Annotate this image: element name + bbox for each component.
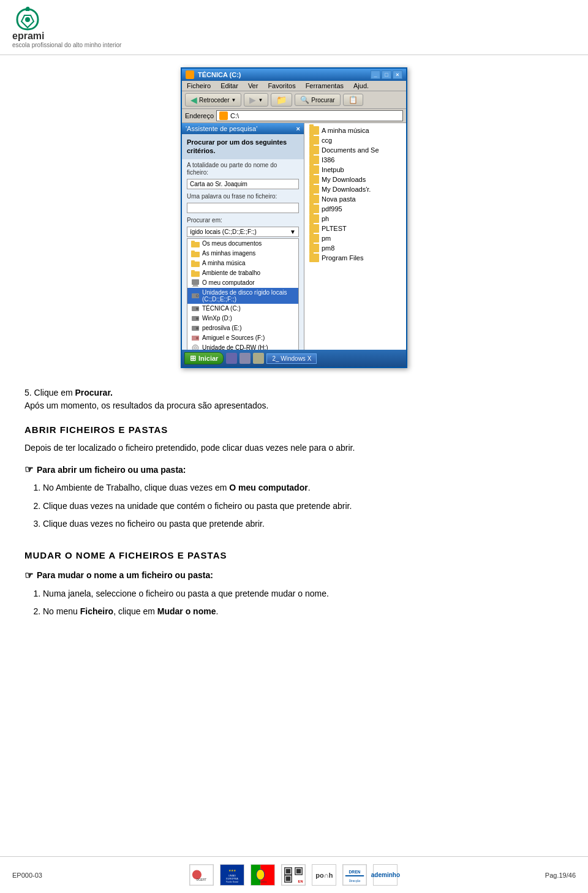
- address-bar: Endereço C:\: [182, 109, 406, 123]
- loc-meu-computador[interactable]: O meu computador: [187, 278, 298, 288]
- main-content: TÉCNICA (C:) _ □ × Ficheiro Editar Ver F…: [0, 55, 588, 634]
- address-input[interactable]: C:\: [216, 110, 403, 121]
- loc-disco-rigido[interactable]: Unidades de disco rígido locais (C:;D:;E…: [187, 288, 298, 304]
- footer-logos-area: DGERT ★★★ UNIÃO EUROPEIA Fundo Social Re…: [189, 864, 398, 886]
- computer-icon: [191, 279, 200, 287]
- menu-favoritos[interactable]: Favoritos: [263, 81, 300, 91]
- svg-rect-41: [286, 869, 291, 874]
- folders-button[interactable]: 📁: [271, 93, 292, 107]
- harddrive-icon: [191, 292, 200, 300]
- forward-button[interactable]: ▶ ▼: [244, 93, 268, 107]
- folder-a-minha-musica[interactable]: A minha música: [307, 126, 404, 135]
- search-filename-input[interactable]: [187, 179, 299, 189]
- section1-heading: Abrir ficheiros e pastas: [24, 424, 564, 435]
- start-button[interactable]: ⊞ Iniciar: [184, 352, 224, 364]
- loc-meus-documentos[interactable]: Os meus documentos: [187, 239, 298, 249]
- folder-icon: [309, 175, 319, 184]
- step2-item2: No menu Ficheiro, clique em Mudar o nome…: [43, 604, 564, 619]
- folder-inetpub[interactable]: Inetpub: [307, 165, 404, 175]
- search-panel-label: 'Assistente de pesquisa': [186, 125, 257, 132]
- folder-program-files[interactable]: Program Files: [307, 253, 404, 263]
- footer-page-number: Pag.19/46: [545, 872, 576, 879]
- folder-ccg[interactable]: ccg: [307, 135, 404, 145]
- sub2-heading: ☞ Para mudar o nome a um ficheiro ou pas…: [24, 570, 564, 581]
- search-field2-label: Uma palavra ou frase no ficheiro:: [182, 190, 304, 202]
- svg-rect-1: [191, 242, 200, 247]
- svg-text:UNIÃO: UNIÃO: [228, 874, 236, 877]
- loc-winxp-d[interactable]: WinXp (D:): [187, 314, 298, 323]
- eprami-logo: [12, 6, 43, 34]
- folder-documents[interactable]: Documents and Se: [307, 145, 404, 155]
- search-location-dropdown[interactable]: ígido locais (C:;D:;E:;F:;) ▼: [187, 227, 299, 237]
- folder-ph[interactable]: ph: [307, 214, 404, 224]
- folder-icon: [309, 224, 319, 233]
- svg-text:EN: EN: [298, 880, 303, 883]
- views-button[interactable]: 📋: [343, 94, 363, 106]
- folder-i386[interactable]: I386: [307, 155, 404, 165]
- folder-pltest[interactable]: PLTEST: [307, 224, 404, 233]
- cdrom-icon: [191, 344, 200, 350]
- loc-ambiente-trabalho[interactable]: Ambiente de trabalho: [187, 268, 298, 278]
- loc-cdrom-h[interactable]: Unidade de CD-RW (H:): [187, 343, 298, 350]
- loc-amiguel-f[interactable]: Amiguel e Sources (F:): [187, 333, 298, 343]
- menu-editar[interactable]: Editar: [216, 81, 243, 91]
- close-button[interactable]: ×: [393, 70, 402, 79]
- back-button[interactable]: ◀ Retroceder ▼: [185, 93, 241, 107]
- folder-pm8[interactable]: pm8: [307, 243, 404, 253]
- drive-icon: [219, 111, 228, 120]
- search-panel-title: 'Assistente de pesquisa' ×: [182, 123, 304, 134]
- svg-text:República: República: [259, 881, 267, 883]
- search-location-label: Procurar em:: [182, 214, 304, 225]
- taskbar-icon-1[interactable]: [226, 353, 237, 364]
- menu-ajuda[interactable]: Ajud.: [349, 81, 374, 91]
- folder-icon: [309, 185, 319, 194]
- folder-pdf995[interactable]: pdf995: [307, 204, 404, 214]
- menu-bar[interactable]: Ficheiro Editar Ver Favoritos Ferramenta…: [182, 81, 406, 91]
- loc-minha-musica[interactable]: A minha música: [187, 258, 298, 268]
- dropdown-arrow-icon: ▼: [290, 228, 296, 235]
- search-panel-close-button[interactable]: ×: [296, 125, 300, 132]
- loc-tecnica-c[interactable]: TÉCNICA (C:): [187, 304, 298, 314]
- svg-rect-3: [191, 252, 200, 257]
- folder-my-downloads2[interactable]: My Downloads'r.: [307, 184, 404, 194]
- titlebar: TÉCNICA (C:) _ □ ×: [182, 69, 406, 81]
- logo-qr: EN: [281, 864, 306, 886]
- svg-text:★★★: ★★★: [228, 869, 236, 872]
- svg-point-27: [192, 870, 202, 879]
- menu-ferramentas[interactable]: Ferramentas: [301, 81, 349, 91]
- step1-item1: No Ambiente de Trabalho, clique duas vez…: [43, 480, 564, 495]
- drive-d-icon: [191, 315, 200, 322]
- svg-rect-45: [286, 876, 291, 881]
- svg-rect-6: [191, 260, 195, 262]
- folder-docs-icon: [191, 240, 200, 247]
- svg-rect-10: [193, 285, 198, 286]
- folder-icon: [309, 234, 319, 243]
- loc-minhas-imagens[interactable]: As minhas imagens: [187, 249, 298, 258]
- window-controls[interactable]: _ □ ×: [371, 70, 402, 79]
- svg-point-37: [257, 869, 265, 880]
- search-toolbar-button[interactable]: 🔍 Procurar: [295, 94, 340, 106]
- taskbar-icon-3[interactable]: [253, 353, 264, 364]
- page-footer: EP000-03 DGERT ★★★ UNIÃO EUROPEIA Fundo …: [0, 856, 588, 893]
- loc-pedrosilva-e[interactable]: pedrosilva (E:): [187, 323, 298, 333]
- taskbar-icon-2[interactable]: [239, 353, 251, 364]
- folder-my-downloads[interactable]: My Downloads: [307, 175, 404, 184]
- minimize-button[interactable]: _: [371, 70, 380, 79]
- maximize-button[interactable]: □: [382, 70, 391, 79]
- menu-ver[interactable]: Ver: [243, 81, 263, 91]
- step1-item3: Clique duas vezes no ficheiro ou pasta q…: [43, 516, 564, 532]
- steps1-list: No Ambiente de Trabalho, clique duas vez…: [43, 480, 564, 532]
- folder-pm[interactable]: pm: [307, 233, 404, 243]
- svg-rect-49: [345, 875, 364, 876]
- step5-text: 5. Clique em Procurar. Após um momento, …: [24, 386, 564, 412]
- drive-c-icon: [191, 305, 200, 312]
- logo-area: eprami escola profissional do alto minho…: [12, 6, 121, 48]
- drive-e-icon: [191, 325, 200, 332]
- search-phrase-input[interactable]: [187, 203, 299, 213]
- folder-nova-pasta[interactable]: Nova pasta: [307, 194, 404, 204]
- sub1-label: Para abrir um ficheiro ou uma pasta:: [37, 465, 186, 475]
- folder-icon: [309, 214, 319, 223]
- taskbar-window-button[interactable]: 2_ Windows X: [266, 353, 317, 364]
- menu-ficheiro[interactable]: Ficheiro: [182, 81, 216, 91]
- toolbar: ◀ Retroceder ▼ ▶ ▼ 📁 🔍 Procurar 📋: [182, 91, 406, 109]
